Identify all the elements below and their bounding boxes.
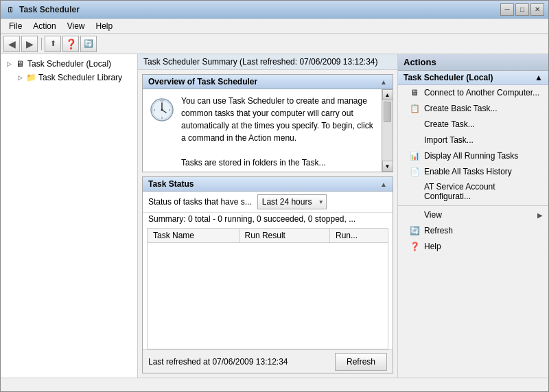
scroll-down-btn[interactable]: ▼ (382, 161, 393, 172)
tree-label-library: Task Scheduler Library (38, 73, 122, 82)
window-icon: 🗓 (5, 4, 16, 15)
menu-file[interactable]: File (3, 20, 27, 32)
overview-body: 12 3 6 9 You can use Task Scheduler to c… (143, 89, 382, 172)
actions-section-arrow: ▲ (535, 73, 543, 82)
task-status-header[interactable]: Task Status ▲ (143, 177, 393, 192)
action-view[interactable]: View ▶ (398, 207, 548, 223)
refresh-button[interactable]: Refresh (335, 353, 387, 371)
svg-point-4 (161, 109, 163, 111)
minimize-button[interactable]: ─ (500, 3, 514, 16)
create-icon (409, 119, 420, 130)
task-status-title: Task Status (148, 179, 194, 189)
maximize-button[interactable]: □ (515, 3, 529, 16)
left-panel: ▷ 🖥 Task Scheduler (Local) ▷ 📁 Task Sche… (1, 54, 138, 378)
refresh-toolbar-button[interactable]: 🔄 (80, 36, 97, 52)
action-connect-label: Connect to Another Computer... (424, 88, 539, 97)
help-button[interactable]: ❓ (62, 36, 79, 52)
tree-label-local: Task Scheduler (Local) (27, 59, 111, 69)
enable-history-icon: 📄 (409, 166, 420, 177)
overview-scroll-container: 12 3 6 9 You can use Task Scheduler to c… (143, 89, 393, 172)
task-status-section: Task Status ▲ Status of tasks that have … (142, 176, 393, 373)
svg-text:12: 12 (161, 100, 164, 103)
filter-dropdown[interactable]: Last 24 hours Last hour Last 7 days Last… (257, 194, 327, 209)
create-basic-icon: 📋 (409, 103, 420, 114)
at-service-icon (409, 186, 420, 197)
overview-collapse-arrow: ▲ (380, 78, 387, 86)
table-body (147, 243, 388, 349)
actions-header: Actions (398, 54, 548, 71)
menu-help[interactable]: Help (91, 20, 119, 32)
action-connect[interactable]: 🖥 Connect to Another Computer... (398, 85, 548, 101)
view-submenu-arrow: ▶ (537, 211, 543, 219)
action-import-label: Import Task... (424, 135, 474, 145)
last-refreshed-text: Last refreshed at 07/06/2009 13:12:34 (148, 357, 329, 367)
menu-action[interactable]: Action (27, 20, 61, 32)
summary-text: Summary: 0 total - 0 running, 0 succeede… (143, 213, 393, 228)
action-refresh-label: Refresh (424, 226, 453, 235)
view-icon (409, 209, 420, 220)
title-bar: 🗓 Task Scheduler ─ □ ✕ (1, 1, 548, 19)
task-status-arrow: ▲ (380, 181, 387, 188)
forward-button[interactable]: ▶ (21, 36, 38, 52)
right-panel: Actions Task Scheduler (Local) ▲ 🖥 Conne… (397, 54, 548, 378)
action-at-service-label: AT Service Account Configurati... (424, 182, 543, 201)
center-panel-header: Task Scheduler Summary (Last refreshed: … (138, 54, 397, 70)
overview-section: Overview of Task Scheduler ▲ (142, 74, 393, 172)
title-bar-buttons: ─ □ ✕ (500, 3, 544, 16)
scroll-track[interactable] (382, 100, 393, 161)
action-create-label: Create Task... (424, 119, 475, 129)
scroll-thumb[interactable] (384, 102, 391, 122)
refresh-icon: 🔄 (409, 225, 420, 236)
action-help[interactable]: ❓ Help (398, 239, 548, 255)
action-import[interactable]: Import Task... (398, 132, 548, 148)
action-view-label: View (424, 210, 442, 220)
center-panel: Task Scheduler Summary (Last refreshed: … (138, 54, 397, 378)
tree-item-local[interactable]: ▷ 🖥 Task Scheduler (Local) (1, 57, 137, 71)
status-bar (1, 378, 548, 391)
actions-section-label[interactable]: Task Scheduler (Local) ▲ (398, 71, 548, 85)
overview-scroll-content: 12 3 6 9 You can use Task Scheduler to c… (143, 89, 382, 172)
clock-icon: 12 3 6 9 (150, 97, 174, 122)
help-action-icon: ❓ (409, 241, 420, 252)
menu-view[interactable]: View (62, 20, 91, 32)
col-run-extra[interactable]: Run... (329, 229, 388, 243)
filter-label: Status of tasks that have s... (148, 197, 252, 207)
back-button[interactable]: ◀ (3, 36, 20, 52)
filter-dropdown-wrapper[interactable]: Last 24 hours Last hour Last 7 days Last… (257, 194, 327, 209)
computer-icon: 🖥 (14, 58, 25, 69)
main-window: 🗓 Task Scheduler ─ □ ✕ File Action View … (0, 0, 549, 392)
folder-icon: 📁 (25, 72, 36, 83)
action-display-running[interactable]: 📊 Display All Running Tasks (398, 148, 548, 164)
tree-item-library[interactable]: ▷ 📁 Task Scheduler Library (1, 71, 137, 84)
action-create-basic[interactable]: 📋 Create Basic Task... (398, 101, 548, 117)
menu-bar: File Action View Help (1, 19, 548, 34)
tree-expand-library[interactable]: ▷ (14, 74, 25, 81)
action-at-service[interactable]: AT Service Account Configurati... (398, 180, 548, 204)
task-table: Task Name Run Result Run... (147, 228, 388, 243)
toolbar-separator-1 (39, 36, 43, 52)
overview-scrollbar[interactable]: ▲ ▼ (382, 89, 393, 172)
window-title: Task Scheduler (19, 5, 500, 14)
clock-icon-container: 12 3 6 9 (148, 95, 176, 166)
action-help-label: Help (424, 242, 441, 251)
col-task-name[interactable]: Task Name (148, 229, 240, 243)
bottom-bar: Last refreshed at 07/06/2009 13:12:34 Re… (143, 349, 393, 373)
action-refresh[interactable]: 🔄 Refresh (398, 223, 548, 239)
display-running-icon: 📊 (409, 150, 420, 161)
task-table-container: Task Name Run Result Run... (147, 228, 388, 349)
close-button[interactable]: ✕ (530, 3, 544, 16)
action-enable-history[interactable]: 📄 Enable All Tasks History (398, 164, 548, 180)
action-display-running-label: Display All Running Tasks (424, 151, 518, 161)
up-button[interactable]: ⬆ (45, 36, 61, 52)
action-create-basic-label: Create Basic Task... (424, 104, 498, 113)
toolbar: ◀ ▶ ⬆ ❓ 🔄 (1, 34, 548, 54)
main-content: ▷ 🖥 Task Scheduler (Local) ▷ 📁 Task Sche… (1, 54, 548, 378)
action-create[interactable]: Create Task... (398, 117, 548, 132)
overview-section-header[interactable]: Overview of Task Scheduler ▲ (143, 75, 393, 89)
action-enable-history-label: Enable All Tasks History (424, 167, 512, 176)
tree-expand-local[interactable]: ▷ (3, 60, 14, 67)
col-run-result[interactable]: Run Result (239, 229, 329, 243)
scroll-up-btn[interactable]: ▲ (382, 89, 393, 100)
connect-icon: 🖥 (409, 87, 420, 98)
overview-title: Overview of Task Scheduler (148, 77, 257, 87)
